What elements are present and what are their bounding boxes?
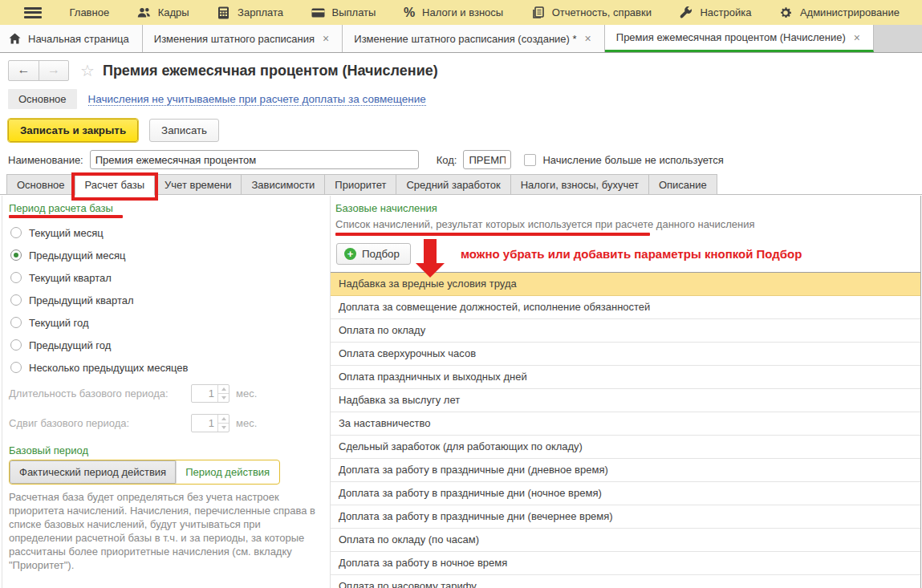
base-accruals-panel: Базовые начисления Список начислений, ре… <box>331 196 921 588</box>
radio-icon <box>10 249 22 261</box>
menu-item-nastroyka[interactable]: Настройка <box>679 6 751 19</box>
tab-premiya-active[interactable]: Премия ежемесячная процентом (Начисление… <box>605 25 874 52</box>
radio-option[interactable]: Предыдущий год <box>9 334 323 356</box>
radio-option[interactable]: Несколько предыдущих месяцев <box>9 356 323 379</box>
tab-izmenenie-sozdanie[interactable]: Изменение штатного расписания (создание)… <box>343 25 605 52</box>
list-item[interactable]: Доплата за работу в праздничные дни (дне… <box>331 459 920 482</box>
nav-main-chip[interactable]: Основное <box>8 89 77 109</box>
menu-item-zarplata[interactable]: Зарплата <box>217 6 283 19</box>
radio-option[interactable]: Предыдущий месяц <box>9 244 323 266</box>
tab-osnovnoe[interactable]: Основное <box>6 174 75 195</box>
radio-option[interactable]: Текущий месяц <box>9 221 323 244</box>
wrench-icon <box>679 6 693 19</box>
tab-sredniy-zarabotok[interactable]: Средний заработок <box>396 174 510 195</box>
duration-row: Длительность базового периода: 1 мес. <box>9 379 323 408</box>
shift-label: Сдвиг базового периода: <box>9 417 191 429</box>
main-menu-button[interactable] <box>24 7 42 18</box>
radio-icon <box>10 272 22 283</box>
forward-button[interactable]: → <box>39 61 68 80</box>
list-item[interactable]: Доплата за работу в праздничные дни (ноч… <box>331 482 920 505</box>
stepper-arrows-icon[interactable] <box>217 385 229 402</box>
hamburger-icon <box>24 7 42 18</box>
list-item[interactable]: Оплата по окладу (по часам) <box>331 529 920 552</box>
list-item[interactable]: Доплата за работу в праздничные дни (веч… <box>331 505 920 529</box>
actions-row: Записать и закрыть Записать <box>8 117 219 143</box>
menu-item-nalogi[interactable]: % Налоги и взносы <box>404 6 503 20</box>
menu-item-kadry[interactable]: Кадры <box>137 6 189 19</box>
radio-option[interactable]: Предыдущий квартал <box>9 289 323 311</box>
code-input[interactable] <box>463 150 511 169</box>
name-input[interactable] <box>90 150 419 169</box>
page-title: Премия ежемесячная процентом (Начисление… <box>103 63 438 79</box>
back-button[interactable]: ← <box>9 61 39 80</box>
form-row: Наименование: Код: Начисление больше не … <box>8 149 917 170</box>
close-icon[interactable]: × <box>321 32 331 45</box>
duration-label: Длительность базового периода: <box>9 387 191 399</box>
documents-icon <box>531 6 545 19</box>
menu-item-glavnoe[interactable]: Главное <box>69 6 109 18</box>
base-period-heading: Базовый период <box>9 444 323 456</box>
main-menubar: Главное Кадры Зарплата Выплаты % Налоги … <box>0 0 922 25</box>
nav-link-row: Основное Начисления не учитываемые при р… <box>8 88 914 110</box>
related-list-link[interactable]: Начисления не учитываемые при расчете до… <box>88 93 426 106</box>
unused-checkbox-label[interactable]: Начисление больше не используется <box>542 154 723 166</box>
duration-stepper[interactable]: 1 <box>191 384 229 403</box>
list-item[interactable]: Оплата по часовому тарифу <box>331 575 920 588</box>
tab-izmeneniya-shtatnogo[interactable]: Изменения штатного расписания × <box>143 25 343 52</box>
accruals-subtitle: Список начислений, результат которых исп… <box>335 218 920 230</box>
code-label: Код: <box>437 154 457 166</box>
radio-option[interactable]: Текущий год <box>9 311 323 334</box>
save-and-close-button[interactable]: Записать и закрыть <box>8 119 138 142</box>
tab-opisanie[interactable]: Описание <box>648 174 717 195</box>
base-period-toggle: Фактический период действия Период дейст… <box>9 460 280 485</box>
list-item[interactable]: За наставничество <box>331 412 920 436</box>
tab-home[interactable]: Начальная страница <box>0 25 143 52</box>
tab-uchet-vremeni[interactable]: Учет времени <box>154 174 242 195</box>
pick-button[interactable]: + Подбор <box>336 243 411 265</box>
list-item[interactable]: Сдельный заработок (для работающих по ок… <box>331 436 920 459</box>
list-item[interactable]: Надбавка за выслугу лет <box>331 389 920 412</box>
radio-icon <box>10 227 22 238</box>
list-item[interactable]: Доплата за работу в ночное время <box>331 552 920 575</box>
list-item[interactable]: Оплата по окладу <box>331 319 920 343</box>
menu-item-administrirovanie[interactable]: Администрирование <box>779 6 900 19</box>
save-button[interactable]: Записать <box>149 119 219 142</box>
close-icon[interactable]: × <box>852 31 862 44</box>
toggle-period[interactable]: Период действия <box>176 460 279 484</box>
close-icon[interactable]: × <box>583 32 593 45</box>
tab-prioritet[interactable]: Приоритет <box>324 174 396 195</box>
period-radio-group: Текущий месяц Предыдущий месяц Текущий к… <box>9 221 323 379</box>
radio-icon <box>10 339 22 351</box>
menu-item-vyplaty[interactable]: Выплаты <box>311 6 376 19</box>
name-label: Наименование: <box>8 154 83 166</box>
list-item[interactable]: Доплата за совмещение должностей, исполн… <box>331 296 920 319</box>
tab-zavisimosti[interactable]: Зависимости <box>241 174 325 195</box>
list-item[interactable]: Надбавка за вредные условия труда <box>331 273 920 296</box>
stepper-arrows-icon[interactable] <box>217 415 229 432</box>
priority-note: Расчетная база будет определяться без уч… <box>9 490 327 572</box>
radio-icon <box>10 317 22 328</box>
toggle-fact-period[interactable]: Фактический период действия <box>10 460 176 484</box>
gear-icon <box>779 6 793 19</box>
base-period-panel: Период расчета базы Текущий месяц Предыд… <box>2 196 331 588</box>
annotation-underline <box>9 215 123 218</box>
radio-option[interactable]: Текущий квартал <box>9 266 323 289</box>
unused-checkbox[interactable] <box>524 154 536 166</box>
shift-stepper[interactable]: 1 <box>191 414 229 432</box>
favorite-star-icon[interactable]: ☆ <box>80 61 95 80</box>
annotation-text: можно убрать или добавить параметры кноп… <box>461 247 802 261</box>
annotation-underline <box>335 233 650 236</box>
percent-icon: % <box>404 6 415 20</box>
duration-unit: мес. <box>236 387 257 399</box>
list-item[interactable]: Оплата праздничных и выходных дней <box>331 366 920 389</box>
tab-raschet-bazy[interactable]: Расчет базы <box>75 174 156 196</box>
people-icon <box>137 6 151 19</box>
tab-nalogi-vznosy[interactable]: Налоги, взносы, бухучет <box>510 174 649 195</box>
title-row: ← → ☆ Премия ежемесячная процентом (Начи… <box>8 58 914 83</box>
menu-item-otchetnost[interactable]: Отчетность, справки <box>531 6 652 19</box>
accruals-heading: Базовые начисления <box>335 202 920 214</box>
home-icon <box>8 32 22 46</box>
form-tabs: Основное Расчет базы Учет времени Зависи… <box>6 174 922 195</box>
list-item[interactable]: Оплата сверхурочных часов <box>331 343 920 366</box>
radio-icon <box>10 362 22 373</box>
